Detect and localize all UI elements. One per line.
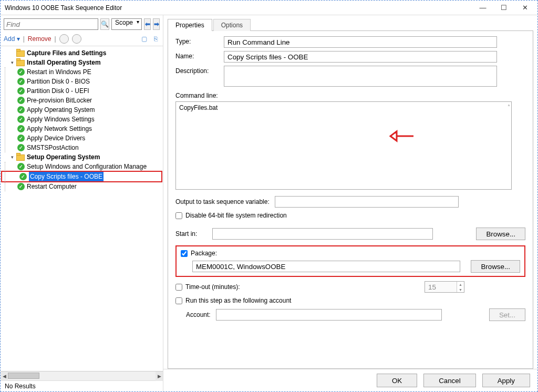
nav-next-button[interactable]: ➡ (153, 18, 160, 30)
name-label: Name: (175, 51, 224, 60)
startin-label: Start in: (175, 230, 207, 238)
step-up-icon[interactable]: ▲ (457, 282, 464, 287)
tool-icon-1[interactable]: ▢ (140, 35, 148, 43)
check-icon: ✓ (17, 183, 25, 190)
step-apply-win-settings[interactable]: ✓Apply Windows Settings (2, 115, 162, 124)
task-tree[interactable]: Capture Files and Settings ▾ Install Ope… (1, 46, 163, 371)
check-icon: ✓ (17, 106, 25, 114)
timeout-value (425, 282, 457, 292)
package-label: Package: (191, 250, 217, 257)
step-restart-computer[interactable]: ✓Restart Computer (2, 182, 162, 191)
search-icon[interactable]: 🔍 (100, 18, 109, 30)
set-account-button: Set... (489, 308, 525, 321)
circle-button-2[interactable] (72, 34, 81, 44)
step-apply-drivers[interactable]: ✓Apply Device Drivers (2, 133, 162, 143)
tree-hscrollbar[interactable]: ◀ ▶ (1, 371, 163, 380)
group-install[interactable]: ▾ Install Operating System (2, 58, 162, 67)
scroll-thumb[interactable] (8, 373, 39, 379)
close-button[interactable]: ✕ (514, 2, 535, 14)
command-line-field[interactable]: CopyFiles.bat ˄ (175, 101, 512, 190)
package-browse-button[interactable]: Browse... (471, 260, 520, 273)
find-input[interactable] (4, 18, 98, 30)
step-apply-os[interactable]: ✓Apply Operating System (2, 105, 162, 115)
runas-label: Run this step as the following account (185, 297, 291, 304)
type-field (224, 36, 497, 48)
tab-properties[interactable]: Properties (168, 19, 212, 31)
disable-64bit-label: Disable 64-bit file system redirection (185, 212, 287, 219)
account-field (216, 309, 442, 321)
check-icon: ✓ (17, 87, 25, 95)
cmd-label: Command line: (175, 92, 525, 99)
runas-checkbox[interactable] (175, 297, 182, 304)
chevron-down-icon: ▾ (9, 58, 15, 67)
package-field[interactable] (192, 261, 460, 272)
type-label: Type: (175, 36, 224, 45)
check-icon: ✓ (17, 68, 25, 76)
check-icon: ✓ (17, 97, 25, 104)
check-icon: ✓ (19, 173, 27, 180)
description-field[interactable] (224, 66, 497, 87)
step-restart-pe[interactable]: ✓Restart in Windows PE (2, 67, 162, 77)
timeout-checkbox[interactable] (175, 284, 182, 291)
name-field[interactable] (224, 51, 497, 63)
desc-label: Description: (175, 66, 224, 75)
check-icon: ✓ (17, 163, 25, 170)
group-setup[interactable]: ▾ Setup Operating System (2, 152, 162, 162)
tab-options[interactable]: Options (213, 19, 251, 31)
step-partition-uefi[interactable]: ✓Partition Disk 0 - UEFI (2, 86, 162, 96)
check-icon: ✓ (17, 116, 25, 123)
scope-dropdown[interactable]: Scope (111, 18, 142, 30)
scroll-right-icon[interactable]: ▶ (156, 372, 163, 381)
folder-icon (16, 59, 25, 66)
group-capture[interactable]: Capture Files and Settings (2, 48, 162, 58)
titlebar: Windows 10 OOBE Task Sequence Editor — ☐… (1, 1, 537, 15)
ok-button[interactable]: OK (377, 374, 417, 387)
maximize-button[interactable]: ☐ (493, 2, 514, 14)
output-variable-field[interactable] (275, 196, 459, 208)
nav-prev-button[interactable]: ⬅ (144, 18, 151, 30)
add-button[interactable]: Add ▾ (4, 35, 20, 43)
scroll-up-icon[interactable]: ˄ (508, 104, 510, 110)
check-icon: ✓ (17, 135, 25, 142)
cancel-button[interactable]: Cancel (423, 374, 476, 387)
remove-button[interactable]: Remove (28, 35, 51, 43)
tool-icon-2[interactable]: ⎘ (151, 35, 160, 43)
step-down-icon[interactable]: ▼ (457, 287, 464, 292)
package-checkbox[interactable] (181, 250, 188, 257)
startin-field[interactable] (212, 228, 433, 240)
scroll-left-icon[interactable]: ◀ (1, 372, 8, 381)
chevron-down-icon: ▾ (9, 152, 15, 162)
step-smsts-postaction[interactable]: ✓SMSTSPostAction (2, 143, 162, 152)
folder-icon (16, 153, 25, 161)
account-label: Account: (186, 311, 211, 318)
status-no-results: No Results (1, 380, 163, 391)
startin-browse-button[interactable]: Browse... (476, 228, 525, 240)
minimize-button[interactable]: — (472, 2, 493, 14)
timeout-stepper[interactable]: ▲▼ (425, 281, 464, 293)
step-setup-win-cm[interactable]: ✓Setup Windows and Configuration Manage (2, 162, 162, 171)
step-apply-net-settings[interactable]: ✓Apply Network Settings (2, 124, 162, 133)
timeout-label: Time-out (minutes): (185, 283, 240, 291)
apply-button[interactable]: Apply (482, 374, 530, 387)
window-title: Windows 10 OOBE Task Sequence Editor (5, 4, 122, 12)
package-group: Package: Browse... (175, 245, 525, 277)
annotation-arrow-icon (389, 129, 415, 143)
disable-64bit-checkbox[interactable] (175, 212, 182, 219)
circle-button-1[interactable] (59, 34, 69, 44)
check-icon: ✓ (17, 144, 25, 151)
check-icon: ✓ (17, 125, 25, 132)
step-preprov-bitlocker[interactable]: ✓Pre-provision BitLocker (2, 96, 162, 105)
check-icon: ✓ (17, 78, 25, 85)
step-partition-bios[interactable]: ✓Partition Disk 0 - BIOS (2, 77, 162, 86)
step-copy-scripts-oobe[interactable]: ✓Copy Scripts files - OOBE (4, 172, 162, 181)
folder-icon (16, 49, 25, 57)
output-label: Output to task sequence variable: (175, 198, 270, 205)
